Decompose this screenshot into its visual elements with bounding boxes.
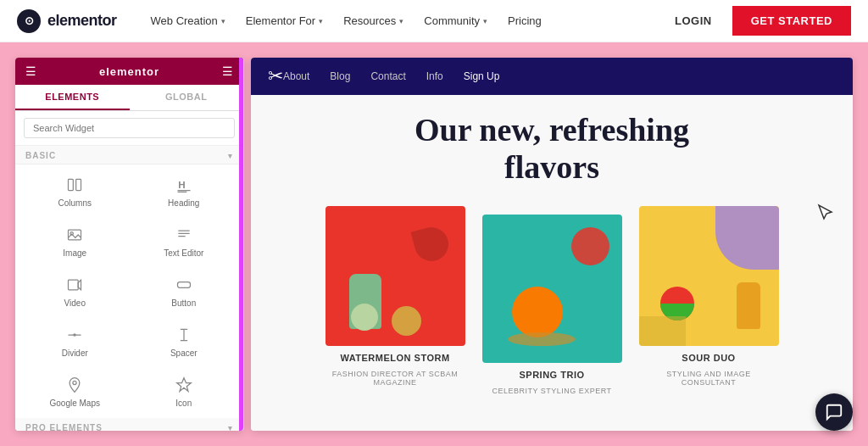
video-icon bbox=[61, 275, 88, 295]
chevron-down-icon: ▾ bbox=[221, 17, 225, 25]
site-logo-icon: ✂ bbox=[268, 65, 283, 87]
image-icon bbox=[61, 225, 88, 245]
site-nav-links: About Blog Contact Info Sign Up bbox=[283, 70, 499, 82]
collapse-icon-pro[interactable]: ▾ bbox=[228, 424, 233, 432]
chevron-down-icon: ▾ bbox=[399, 17, 403, 25]
svg-rect-12 bbox=[177, 282, 190, 288]
section-pro-label: PRO ELEMENTS ▾ bbox=[15, 418, 243, 431]
card-sour: SOUR DUO STYLING AND IMAGE CONSULTANT bbox=[639, 206, 779, 387]
site-content: Our new, refreshing flavors WATERMELON S… bbox=[251, 95, 853, 431]
decorative-ball bbox=[351, 304, 378, 331]
site-nav-blog[interactable]: Blog bbox=[330, 70, 350, 82]
nav-link-elementor-for[interactable]: Elementor For ▾ bbox=[237, 9, 331, 32]
svg-text:H: H bbox=[178, 179, 185, 190]
decorative-orange bbox=[512, 287, 563, 337]
tab-elements[interactable]: ELEMENTS bbox=[15, 85, 130, 110]
svg-rect-5 bbox=[69, 230, 81, 240]
site-nav-signup[interactable]: Sign Up bbox=[464, 70, 500, 82]
decorative-purple bbox=[715, 206, 779, 270]
text-editor-icon bbox=[170, 225, 198, 245]
logo-text: elementor bbox=[47, 12, 117, 30]
card-subtitle-sour: STYLING AND IMAGE CONSULTANT bbox=[639, 370, 779, 387]
logo[interactable]: ⊙ elementor bbox=[17, 9, 117, 33]
hero-heading: Our new, refreshing flavors bbox=[415, 112, 689, 186]
canvas-area: ✂ About Blog Contact Info Sign Up Our ne… bbox=[251, 58, 853, 431]
widget-columns[interactable]: Columns bbox=[22, 168, 128, 215]
chevron-down-icon: ▾ bbox=[483, 17, 487, 25]
card-title-spring: SPRING TRIO bbox=[519, 370, 584, 380]
card-spring: SPRING TRIO CELEBRITY STYLING EXPERT bbox=[482, 215, 622, 395]
google-maps-icon bbox=[61, 375, 88, 395]
decorative-sphere bbox=[392, 306, 421, 336]
columns-icon bbox=[61, 175, 88, 195]
nav-links: Web Creation ▾ Elementor For ▾ Resources… bbox=[142, 9, 665, 32]
widget-button[interactable]: Button bbox=[131, 268, 237, 315]
decorative-shape bbox=[410, 224, 452, 265]
panel-tabs: ELEMENTS GLOBAL bbox=[15, 85, 243, 111]
editor-panel: ☰ elementor ☰ ELEMENTS GLOBAL BASIC ▾ Co… bbox=[15, 58, 244, 431]
panel-resize-handle[interactable] bbox=[239, 58, 243, 431]
site-nav-about[interactable]: About bbox=[283, 70, 309, 82]
top-navbar: ⊙ elementor Web Creation ▾ Elementor For… bbox=[0, 0, 868, 42]
panel-menu-icon[interactable]: ☰ bbox=[222, 64, 233, 78]
widget-google-maps[interactable]: Google Maps bbox=[22, 368, 128, 415]
widget-divider[interactable]: Divider bbox=[22, 318, 128, 365]
site-nav-info[interactable]: Info bbox=[426, 70, 443, 82]
svg-point-14 bbox=[74, 333, 76, 336]
login-button[interactable]: LOGIN bbox=[665, 9, 722, 32]
card-image-sour bbox=[639, 206, 779, 346]
widget-grid-basic: Columns H Heading Image Tex bbox=[15, 164, 243, 418]
nav-right: LOGIN GET STARTED bbox=[665, 6, 851, 36]
decorative-watermelon bbox=[660, 287, 694, 321]
decorative-bottle-sour bbox=[737, 282, 760, 329]
decorative-rect bbox=[639, 316, 686, 346]
nav-link-web-creation[interactable]: Web Creation ▾ bbox=[142, 9, 234, 32]
decorative-plate bbox=[508, 332, 576, 346]
icon-widget-icon bbox=[170, 375, 198, 395]
heading-icon: H bbox=[170, 175, 198, 195]
hamburger-icon[interactable]: ☰ bbox=[25, 64, 36, 78]
panel-search bbox=[15, 111, 243, 146]
svg-rect-0 bbox=[69, 179, 74, 190]
chat-bubble-button[interactable] bbox=[815, 393, 853, 431]
search-input[interactable] bbox=[24, 118, 235, 138]
card-image-watermelon bbox=[326, 206, 465, 346]
card-watermelon: WATERMELON STORM FASHION DIRECTOR AT SCB… bbox=[326, 206, 465, 387]
card-subtitle-watermelon: FASHION DIRECTOR AT SCBAM MAGAZINE bbox=[326, 370, 465, 387]
tab-global[interactable]: GLOBAL bbox=[130, 85, 244, 110]
decorative-red bbox=[571, 227, 609, 265]
card-title-watermelon: WATERMELON STORM bbox=[340, 353, 449, 363]
card-subtitle-spring: CELEBRITY STYLING EXPERT bbox=[492, 387, 611, 395]
widget-image[interactable]: Image bbox=[22, 218, 128, 265]
nav-link-pricing[interactable]: Pricing bbox=[499, 9, 550, 32]
section-basic-label: BASIC ▾ bbox=[15, 146, 243, 164]
widget-heading[interactable]: H Heading bbox=[131, 168, 237, 215]
svg-marker-18 bbox=[176, 378, 191, 392]
nav-link-resources[interactable]: Resources ▾ bbox=[335, 9, 412, 32]
chat-icon bbox=[825, 403, 843, 421]
button-icon bbox=[170, 275, 198, 295]
card-image-spring bbox=[482, 215, 622, 363]
nav-link-community[interactable]: Community ▾ bbox=[415, 9, 496, 32]
spacer-icon bbox=[170, 325, 198, 345]
svg-rect-10 bbox=[69, 280, 79, 290]
collapse-icon[interactable]: ▾ bbox=[228, 152, 233, 160]
divider-icon bbox=[61, 325, 88, 345]
site-nav-contact[interactable]: Contact bbox=[370, 70, 405, 82]
logo-icon: ⊙ bbox=[17, 9, 41, 33]
widget-text-editor[interactable]: Text Editor bbox=[131, 218, 237, 265]
widget-video[interactable]: Video bbox=[22, 268, 128, 315]
svg-rect-1 bbox=[76, 179, 81, 190]
chevron-down-icon: ▾ bbox=[319, 17, 323, 25]
panel-logo: elementor bbox=[99, 65, 159, 78]
cards-row: WATERMELON STORM FASHION DIRECTOR AT SCB… bbox=[268, 206, 836, 395]
panel-header: ☰ elementor ☰ bbox=[15, 58, 243, 85]
widget-icon[interactable]: Icon bbox=[131, 368, 237, 415]
main-area: ☰ elementor ☰ ELEMENTS GLOBAL BASIC ▾ Co… bbox=[0, 42, 868, 446]
card-title-sour: SOUR DUO bbox=[682, 353, 735, 363]
get-started-button[interactable]: GET STARTED bbox=[732, 6, 851, 36]
site-nav: ✂ About Blog Contact Info Sign Up bbox=[251, 58, 853, 95]
widget-spacer[interactable]: Spacer bbox=[131, 318, 237, 365]
